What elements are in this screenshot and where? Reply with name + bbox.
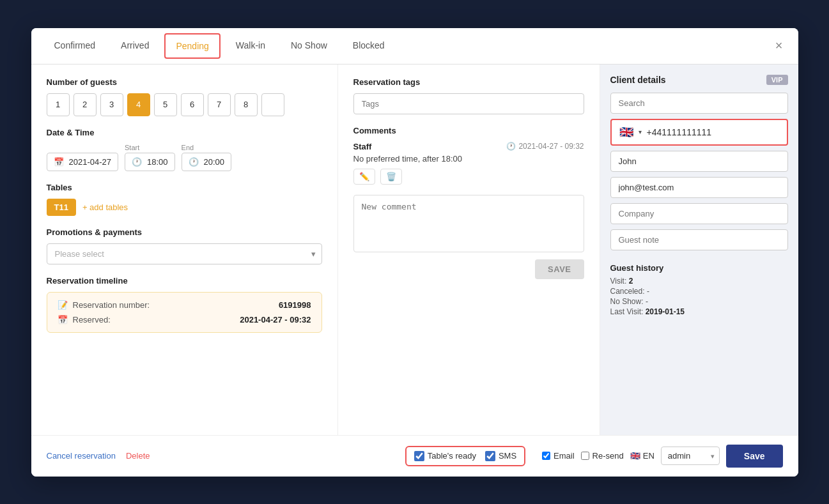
guest-btn-more[interactable] <box>261 93 284 116</box>
cancel-reservation-link[interactable]: Cancel reservation <box>47 451 116 461</box>
modal-overlay: Confirmed Arrived Pending Walk-in No Sho… <box>0 0 829 504</box>
company-input[interactable] <box>610 203 788 224</box>
tab-confirmed[interactable]: Confirmed <box>42 29 109 63</box>
timeline-box: 📝 Reservation number: 6191998 📅 Reserved… <box>47 292 322 333</box>
datetime-row: 📅 2021-04-27 Start 🕐 18:00 End 🕐 <box>47 144 322 171</box>
modal-footer: Cancel reservation Delete Table's ready … <box>31 435 798 477</box>
staff-label: Staff <box>353 142 372 151</box>
email-input[interactable] <box>610 177 788 198</box>
edit-comment-button[interactable]: ✏️ <box>353 169 375 185</box>
save-button[interactable]: Save <box>726 445 783 468</box>
guest-btn-4[interactable]: 4 <box>127 93 150 116</box>
start-time-value: 18:00 <box>147 157 168 167</box>
tags-input[interactable] <box>353 93 584 114</box>
guest-btn-2[interactable]: 2 <box>74 93 97 116</box>
guest-btn-1[interactable]: 1 <box>47 93 70 116</box>
guest-btn-5[interactable]: 5 <box>154 93 177 116</box>
guest-btn-6[interactable]: 6 <box>181 93 204 116</box>
trash-icon: 🗑️ <box>386 172 396 181</box>
calendar-icon: 📅 <box>54 157 64 167</box>
save-comment-button[interactable]: SAVE <box>535 259 584 279</box>
resend-label: Re-send <box>593 451 624 461</box>
resend-checkbox[interactable] <box>581 452 589 460</box>
date-value: 2021-04-27 <box>69 157 112 167</box>
email-checkbox[interactable] <box>542 452 550 460</box>
email-label: Email <box>554 451 575 461</box>
comment-header: Staff 🕐 2021-04-27 - 09:32 <box>353 142 584 151</box>
tags-label: Reservation tags <box>353 77 584 87</box>
clock-icon-comment: 🕐 <box>506 142 516 151</box>
guest-btn-3[interactable]: 3 <box>100 93 123 116</box>
start-time-wrap: Start 🕐 18:00 <box>125 144 175 171</box>
guest-history: Guest history Visit: 2 Canceled: - No Sh… <box>610 263 788 316</box>
guest-history-title: Guest history <box>610 263 788 273</box>
language-code: EN <box>643 451 655 461</box>
edit-icon: ✏️ <box>359 172 369 181</box>
reservation-modal: Confirmed Arrived Pending Walk-in No Sho… <box>31 28 798 477</box>
reserved-key: 📅 Reserved: <box>58 315 111 325</box>
last-visit-row: Last Visit: 2019-01-15 <box>610 307 788 316</box>
language-flag-icon: 🇬🇧 <box>630 451 640 461</box>
close-button[interactable]: × <box>770 36 788 56</box>
tab-walkin[interactable]: Walk-in <box>223 29 278 63</box>
name-input[interactable] <box>610 151 788 172</box>
right-column: Client details VIP 🇬🇧 ▾ +441111111111 Gu… <box>600 65 798 435</box>
left-column: Number of guests 1 2 3 4 5 6 7 8 Date & … <box>31 65 338 435</box>
edit-doc-icon: 📝 <box>58 300 68 310</box>
tables-sms-group: Table's ready SMS <box>405 446 525 466</box>
vip-badge: VIP <box>766 75 788 85</box>
guest-btn-8[interactable]: 8 <box>235 93 258 116</box>
admin-select[interactable]: admin manager staff <box>661 447 720 465</box>
tab-pending[interactable]: Pending <box>164 33 220 59</box>
modal-body: Number of guests 1 2 3 4 5 6 7 8 Date & … <box>31 65 798 435</box>
guest-btn-7[interactable]: 7 <box>208 93 231 116</box>
tables-ready-checkbox-label[interactable]: Table's ready <box>414 451 476 461</box>
table-badge: T11 <box>47 199 76 216</box>
tables-ready-checkbox[interactable] <box>414 451 424 461</box>
clock-icon-end: 🕐 <box>189 157 199 167</box>
resend-checkbox-label[interactable]: Re-send <box>581 451 624 461</box>
sms-checkbox-label[interactable]: SMS <box>485 451 516 461</box>
email-checkbox-label[interactable]: Email <box>542 451 575 461</box>
delete-link[interactable]: Delete <box>126 451 150 461</box>
noshow-row: No Show: - <box>610 297 788 306</box>
promo-label: Promotions & payments <box>47 227 322 237</box>
end-time-value: 20:00 <box>204 157 225 167</box>
datetime-label: Date & Time <box>47 128 322 137</box>
end-time-field[interactable]: 🕐 20:00 <box>182 153 232 171</box>
tables-ready-label: Table's ready <box>428 451 476 461</box>
comment-time: 🕐 2021-04-27 - 09:32 <box>506 142 584 151</box>
search-input[interactable] <box>610 93 788 114</box>
comments-section: Comments Staff 🕐 2021-04-27 - 09:32 No p… <box>353 126 584 185</box>
language-selector[interactable]: 🇬🇧 EN <box>630 451 655 461</box>
date-field[interactable]: 📅 2021-04-27 <box>47 153 119 171</box>
phone-field[interactable]: 🇬🇧 ▾ +441111111111 <box>610 119 788 146</box>
start-label: Start <box>125 144 175 151</box>
new-comment-textarea[interactable] <box>353 195 584 252</box>
phone-flag-icon: 🇬🇧 <box>619 125 633 139</box>
comment-actions: ✏️ 🗑️ <box>353 169 584 185</box>
promo-select[interactable]: Please select <box>47 243 322 264</box>
add-tables-link[interactable]: + add tables <box>82 202 128 212</box>
client-details-title: Client details <box>610 75 666 85</box>
sms-label: SMS <box>499 451 516 461</box>
calendar-icon-small: 📅 <box>58 315 68 325</box>
admin-select-wrap: admin manager staff <box>661 447 720 465</box>
timeline-label: Reservation timeline <box>47 276 322 286</box>
reservation-number-val: 6191998 <box>279 300 311 310</box>
tab-noshow[interactable]: No Show <box>278 29 340 63</box>
promo-select-wrap: Please select <box>47 243 322 264</box>
cancelled-row: Canceled: - <box>610 287 788 296</box>
start-time-field[interactable]: 🕐 18:00 <box>125 153 175 171</box>
comments-label: Comments <box>353 126 584 135</box>
guests-label: Number of guests <box>47 77 322 87</box>
sms-checkbox[interactable] <box>485 451 495 461</box>
modal-header: Confirmed Arrived Pending Walk-in No Sho… <box>31 28 798 65</box>
delete-comment-button[interactable]: 🗑️ <box>380 169 402 185</box>
guest-note-input[interactable] <box>610 229 788 250</box>
tables-label: Tables <box>47 183 322 192</box>
footer-extra: Email Re-send 🇬🇧 EN admin manager staff <box>542 445 782 468</box>
tab-arrived[interactable]: Arrived <box>108 29 162 63</box>
reserved-val: 2021-04-27 - 09:32 <box>240 315 311 325</box>
tab-blocked[interactable]: Blocked <box>340 29 398 63</box>
